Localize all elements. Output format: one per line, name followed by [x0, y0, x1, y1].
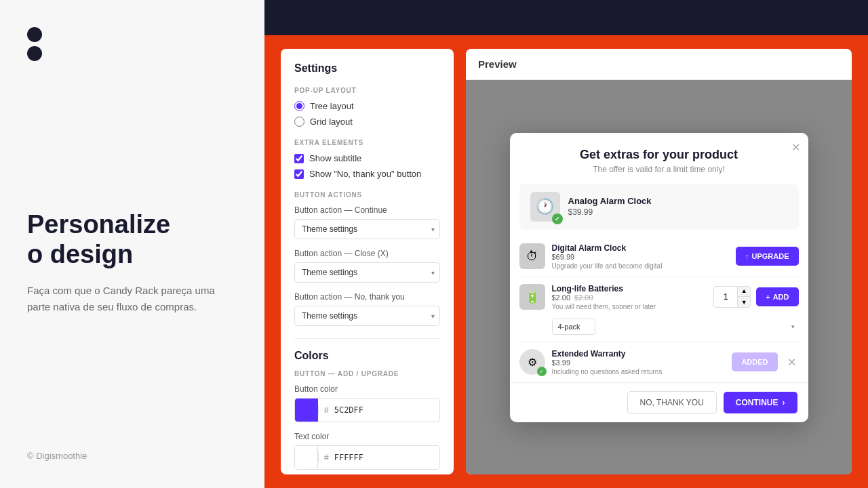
added-button[interactable]: ADDED	[732, 352, 777, 371]
popup-main-title: Get extras for your product	[526, 148, 792, 162]
button-actions-label: BUTTON ACTIONS	[294, 191, 440, 199]
qty-increment-button[interactable]: ▲	[738, 286, 750, 297]
upgrade-button[interactable]: ↑ UPGRADE	[736, 247, 799, 266]
digital-clock-price-row: $69.99	[552, 253, 729, 261]
warranty-icon: ⚙	[528, 356, 537, 369]
add-batteries-button[interactable]: + ADD	[756, 287, 798, 306]
btn-action-close-wrapper: Theme settings ▾	[294, 262, 440, 283]
digital-clock-price: $69.99	[552, 253, 575, 261]
quantity-stepper[interactable]: ▲ ▼	[713, 286, 751, 308]
btn-action-no-select[interactable]: Theme settings	[294, 306, 440, 326]
preview-content: ✕ Get extras for your product The offer …	[466, 80, 852, 474]
text-color-label: Text color	[294, 432, 440, 441]
tree-layout-radio[interactable]	[294, 101, 304, 111]
batteries-name: Long-life Batteries	[552, 284, 707, 293]
popup-layout-section: POP-UP LAYOUT Tree layout Grid layout	[294, 87, 440, 127]
batteries-price-row: $2.00 $2.00	[552, 293, 707, 302]
continue-button[interactable]: CONTINUE ›	[724, 392, 797, 413]
pack-select-arrow-icon: ▾	[791, 323, 795, 330]
main-product-info: Analog Alarm Clock $39.99	[568, 196, 652, 217]
main-product-check-badge: ✓	[552, 214, 563, 224]
qty-buttons: ▲ ▼	[737, 286, 750, 308]
logo-dot-top	[27, 27, 42, 42]
show-subtitle-label: Show subtitle	[309, 153, 361, 163]
grid-layout-option[interactable]: Grid layout	[294, 117, 440, 127]
batteries-row: 🔋 Long-life Batteries $2.00 $2.00 Y	[519, 284, 799, 335]
main-product: 🕐 ✓ Analog Alarm Clock $39.99	[519, 184, 799, 230]
pack-select-wrapper: 4-pack ▾	[552, 319, 799, 335]
warranty-price-row: $3.99	[552, 359, 726, 367]
batteries-desc: You will need them, sooner or later	[552, 303, 707, 310]
warranty-image: ⚙ ✓	[519, 349, 545, 375]
show-no-thanks-label: Show "No, thank you" button	[309, 169, 421, 179]
text-color-swatch[interactable]	[295, 446, 318, 469]
settings-title: Settings	[294, 62, 440, 75]
main-product-name: Analog Alarm Clock	[568, 196, 652, 206]
button-color-swatch[interactable]	[295, 399, 318, 422]
logo	[27, 27, 237, 61]
popup-footer: NO, THANK YOU CONTINUE ›	[510, 382, 808, 422]
btn-action-close-label: Button action — Close (X)	[294, 249, 440, 258]
digital-clock-image: ⏱	[519, 243, 545, 269]
button-actions-section: BUTTON ACTIONS Button action — Continue …	[294, 191, 440, 326]
batteries-image: 🔋	[519, 284, 545, 310]
popup-layout-label: POP-UP LAYOUT	[294, 87, 440, 94]
btn-action-continue-select[interactable]: Theme settings	[294, 219, 440, 239]
qty-decrement-button[interactable]: ▼	[738, 297, 750, 308]
preview-header: Preview	[466, 49, 852, 80]
popup-close-button[interactable]: ✕	[791, 141, 800, 154]
grid-layout-radio[interactable]	[294, 117, 304, 127]
left-content: Personalize o design Faça com que o Cand…	[27, 61, 237, 451]
text-color-input[interactable]: FFFFFF	[332, 447, 440, 468]
grid-layout-label: Grid layout	[310, 117, 353, 127]
main-heading: Personalize o design	[27, 210, 237, 269]
btn-action-continue-wrapper: Theme settings ▾	[294, 219, 440, 239]
main-product-image: 🕐 ✓	[530, 192, 560, 222]
popup-card: ✕ Get extras for your product The offer …	[510, 133, 808, 422]
btn-action-no-label: Button action — No, thank you	[294, 292, 440, 302]
show-no-thanks-option[interactable]: Show "No, thank you" button	[294, 169, 440, 179]
batteries-price: $2.00	[552, 293, 571, 302]
show-subtitle-option[interactable]: Show subtitle	[294, 153, 440, 163]
timer-icon: ⏱	[526, 249, 538, 264]
no-thanks-button[interactable]: NO, THANK YOU	[627, 391, 717, 414]
left-panel: Personalize o design Faça com que o Cand…	[0, 0, 264, 488]
colors-title: Colors	[294, 350, 440, 362]
popup-subtitle: The offer is valid for a limit time only…	[526, 165, 792, 174]
right-panel: Settings POP-UP LAYOUT Tree layout Grid …	[264, 0, 868, 488]
logo-dot-bottom	[27, 46, 42, 61]
batteries-price-strike: $2.00	[574, 293, 593, 302]
quantity-input[interactable]	[714, 292, 737, 302]
tree-layout-option[interactable]: Tree layout	[294, 101, 440, 111]
batteries-info: Long-life Batteries $2.00 $2.00 You will…	[552, 284, 707, 310]
settings-panel: Settings POP-UP LAYOUT Tree layout Grid …	[281, 49, 454, 474]
digital-clock-desc: Upgrade your life and become digital	[552, 262, 729, 270]
warranty-check-badge: ✓	[537, 367, 547, 376]
copyright: © Digismoothie	[27, 451, 237, 461]
remove-warranty-button[interactable]: ✕	[785, 356, 799, 369]
button-color-label: Button color	[294, 384, 440, 394]
button-add-upgrade-label: BUTTON — ADD / UPGRADE	[294, 370, 440, 378]
extra-elements-section: EXTRA ELEMENTS Show subtitle Show "No, t…	[294, 139, 440, 179]
upgrade-arrow-icon: ↑	[745, 252, 749, 260]
button-color-input[interactable]: 5C2DFF	[332, 400, 440, 420]
top-bar	[264, 0, 868, 35]
warranty-name: Extended Warranty	[552, 349, 726, 359]
show-subtitle-checkbox[interactable]	[294, 154, 304, 163]
upsell-item-batteries: 🔋 Long-life Batteries $2.00 $2.00 Y	[519, 277, 799, 342]
content-area: Settings POP-UP LAYOUT Tree layout Grid …	[264, 35, 868, 488]
pack-select[interactable]: 4-pack	[552, 319, 595, 335]
warranty-price: $3.99	[552, 359, 571, 367]
upsell-list: ⏱ Digital Alarm Clock $69.99 Upgrade you…	[510, 237, 808, 382]
btn-action-no-wrapper: Theme settings ▾	[294, 306, 440, 326]
btn-action-close-select[interactable]: Theme settings	[294, 262, 440, 283]
preview-panel: Preview ✕ Get extras for your product Th…	[466, 49, 852, 474]
preview-title: Preview	[478, 58, 840, 70]
subtext: Faça com que o Candy Rack pareça uma par…	[27, 283, 237, 315]
tree-layout-label: Tree layout	[310, 101, 354, 111]
show-no-thanks-checkbox[interactable]	[294, 169, 304, 179]
clock-icon: 🕐	[536, 198, 554, 216]
main-product-price: $39.99	[568, 207, 652, 217]
upsell-item-warranty: ⚙ ✓ Extended Warranty $3.99 Including no…	[519, 342, 799, 382]
divider	[294, 338, 440, 339]
